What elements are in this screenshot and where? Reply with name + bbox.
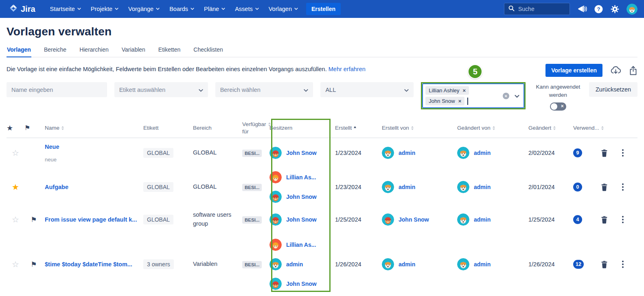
created-by-link[interactable]: admin: [399, 184, 415, 190]
lillian-avatar: [269, 171, 282, 183]
owners-cell: Lillian As... John Snow: [265, 168, 324, 207]
table-body: ☆ Neue neue GLOBAL GLOBAL BESI... John S…: [7, 138, 637, 296]
owner-tag-lillian[interactable]: Lillian Ashley ×: [425, 86, 469, 95]
kebab-menu-icon[interactable]: [620, 214, 625, 225]
nav-item-pläne[interactable]: Pläne: [199, 0, 230, 18]
nav-item-projekte[interactable]: Projekte: [86, 0, 123, 18]
remove-tag-icon[interactable]: ×: [463, 88, 466, 93]
owners-filter-multiselect[interactable]: Lillian Ashley × John Snow × ×: [422, 83, 524, 108]
kebab-menu-icon[interactable]: [620, 182, 625, 192]
owner-link[interactable]: John Snow: [286, 216, 317, 223]
nav-item-startseite[interactable]: Startseite: [45, 0, 86, 18]
scope-filter-select[interactable]: Bereich wählen: [215, 82, 313, 97]
favorite-star-icon[interactable]: ☆: [7, 148, 24, 158]
favorite-star-icon[interactable]: ☆: [7, 259, 24, 269]
nav-item-vorlagen[interactable]: Vorlagen: [264, 0, 303, 18]
announcements-icon[interactable]: [577, 4, 587, 13]
clear-all-icon[interactable]: ×: [503, 93, 509, 99]
modified-by-link[interactable]: admin: [474, 184, 491, 190]
col-header-name[interactable]: Name: [43, 124, 140, 132]
modified-by-link[interactable]: admin: [474, 216, 491, 223]
created-by-link[interactable]: John Snow: [399, 216, 429, 223]
available-chip: BESI...: [242, 150, 262, 157]
chevron-down-icon: [404, 87, 409, 93]
flag-icon[interactable]: ⚑: [24, 215, 43, 224]
owner-tag-john[interactable]: John Snow ×: [425, 97, 464, 105]
nav-item-boards[interactable]: Boards: [164, 0, 199, 18]
star-icon: ★: [7, 123, 13, 133]
tab-checklisten[interactable]: Checklisten: [193, 45, 223, 57]
col-header-usages[interactable]: Verwend...: [563, 124, 599, 132]
col-header-available[interactable]: Verfügbar für: [239, 121, 265, 135]
nav-create-button[interactable]: Erstellen: [306, 3, 341, 15]
create-template-button[interactable]: Vorlage erstellen: [545, 64, 602, 77]
template-name-cell: From issue view page default k...: [43, 216, 140, 223]
template-name-link[interactable]: From issue view page default k...: [45, 216, 137, 223]
user-avatar[interactable]: [626, 4, 637, 15]
learn-more-link[interactable]: Mehr erfahren: [329, 66, 366, 72]
template-name-link[interactable]: Aufgabe: [45, 184, 68, 190]
created-by-link[interactable]: admin: [399, 261, 415, 268]
description-row: Die Vorlage ist eine einfache Möglichkei…: [7, 64, 637, 77]
col-header-modified[interactable]: Geändert: [517, 124, 563, 132]
usage-count-badge[interactable]: 9: [573, 148, 582, 157]
settings-gear-icon[interactable]: [610, 4, 620, 14]
flag-icon[interactable]: ⚑: [24, 260, 43, 269]
nav-item-assets[interactable]: Assets: [230, 0, 264, 18]
remove-tag-icon[interactable]: ×: [458, 98, 462, 104]
available-chip: BESI...: [242, 184, 262, 191]
import-cloud-download-icon[interactable]: [610, 66, 621, 75]
kebab-menu-icon[interactable]: [620, 148, 625, 158]
template-name-link[interactable]: Neue: [45, 144, 59, 150]
col-header-flag: ⚑: [24, 124, 43, 133]
can-apply-toggle[interactable]: ×: [550, 102, 566, 111]
owner-item: John Snow: [269, 210, 324, 229]
chevron-down-icon: [304, 87, 308, 93]
favorite-star-icon[interactable]: ☆: [7, 215, 24, 224]
col-header-created[interactable]: Erstellt: [324, 124, 370, 132]
tab-vorlagen[interactable]: Vorlagen: [7, 45, 31, 57]
usage-count-badge[interactable]: 12: [573, 260, 584, 269]
delete-trash-icon[interactable]: [599, 182, 609, 193]
owner-link[interactable]: Lillian As...: [286, 174, 316, 181]
usage-count-badge[interactable]: 4: [573, 215, 582, 224]
search-input[interactable]: [518, 6, 563, 12]
owner-link[interactable]: John Snow: [286, 281, 317, 287]
delete-trash-icon[interactable]: [599, 148, 609, 159]
type-filter-select[interactable]: ALL: [320, 82, 414, 97]
owner-link[interactable]: John Snow: [286, 150, 317, 156]
jira-logo-text: Jira: [21, 4, 35, 14]
modified-by-link[interactable]: admin: [474, 261, 491, 268]
col-header-modified_by[interactable]: Geändert von: [446, 124, 517, 132]
created-by-link[interactable]: admin: [399, 150, 415, 156]
nav-search[interactable]: [504, 3, 570, 15]
modified-by-link[interactable]: admin: [474, 150, 491, 156]
owners-filter-annotation-box: 5 Lillian Ashley × John Snow × ×: [421, 82, 525, 109]
col-header-created_by[interactable]: Erstellt von: [370, 124, 446, 132]
nav-item-vorgänge[interactable]: Vorgänge: [123, 0, 164, 18]
tab-bereiche[interactable]: Bereiche: [44, 45, 67, 57]
favorite-star-icon[interactable]: ★: [7, 182, 24, 192]
usage-count-badge[interactable]: 0: [573, 183, 582, 192]
owner-link[interactable]: John Snow: [286, 194, 317, 200]
label-filter-select[interactable]: Etikett auswählen: [114, 82, 208, 97]
chevron-down-icon: [77, 8, 81, 10]
col-header-label: Etikett: [140, 124, 190, 132]
chevron-down-icon[interactable]: [515, 92, 519, 100]
template-name-link[interactable]: $time $today $dateTime $tom...: [45, 261, 132, 268]
delete-trash-icon[interactable]: [599, 214, 609, 225]
delete-trash-icon[interactable]: [599, 259, 609, 270]
name-filter-input[interactable]: Name eingeben: [7, 82, 107, 97]
owner-link[interactable]: Lillian As...: [286, 242, 316, 248]
tab-hierarchien[interactable]: Hierarchien: [79, 45, 109, 57]
help-icon[interactable]: ?: [594, 4, 603, 14]
export-share-icon[interactable]: [629, 66, 637, 75]
reset-button[interactable]: Zurücksetzen: [589, 82, 637, 97]
kebab-menu-icon[interactable]: [620, 259, 625, 270]
sort-asc-icon: [354, 126, 356, 128]
col-header-owners: Besitzern: [265, 124, 324, 132]
tab-variablen[interactable]: Variablen: [121, 45, 146, 57]
owner-link[interactable]: admin: [286, 261, 303, 268]
tab-etiketten[interactable]: Etiketten: [158, 45, 181, 57]
jira-logo[interactable]: Jira: [9, 4, 35, 15]
